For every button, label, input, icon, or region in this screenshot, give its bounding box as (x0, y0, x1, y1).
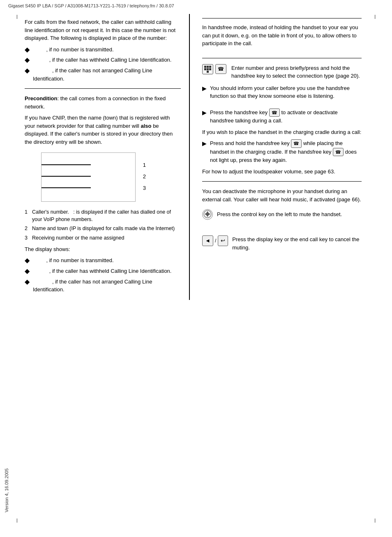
corner-mark-top-left: | (16, 14, 18, 19)
divider-1 (25, 88, 181, 89)
display-key-text: Press the display key or the end call ke… (232, 235, 362, 251)
bullet-item-2: ◆ , if the caller has withheld Calling L… (25, 56, 181, 65)
page-footer-vertical: Version 4, 16.09.2005 (4, 468, 9, 512)
bullet-diamond-1: ◆ (25, 46, 30, 54)
bullet-text-1: , if no number is transmitted. (33, 46, 181, 54)
bullet-diamond-4: ◆ (25, 256, 30, 265)
notes-list: 1 Caller's number. : is displayed if the… (25, 208, 181, 242)
arrow-item-1: ▶ You should inform your caller before y… (202, 84, 362, 100)
bullet-diamond-3: ◆ (25, 67, 30, 75)
arrow-symbol-1: ▶ (202, 84, 207, 93)
handsfree-key-icon-3a: ☎ (291, 139, 302, 148)
arrow-symbol-3: ▶ (202, 139, 207, 148)
precondition-paragraph: Precondition: the call comes from a conn… (25, 94, 181, 111)
end-key-icon: ↩ (218, 235, 228, 246)
page-content: For calls from the fixed network, the ca… (0, 10, 392, 300)
bullet-diamond-2: ◆ (25, 56, 30, 65)
diagram-label-1: 1 (143, 161, 146, 169)
control-key-row: Press the control key on the left to mut… (202, 209, 362, 220)
right-top-divider (202, 18, 362, 18)
handsfree-instruction-text: Enter number and press briefly/press and… (231, 64, 362, 80)
cnip-paragraph: If you have CNIP, then the name (town) t… (25, 114, 181, 146)
slash-separator: / (215, 237, 216, 244)
divider-2 (202, 58, 362, 58)
control-key-text: Press the control key on the left to mut… (217, 210, 362, 219)
svg-point-5 (207, 213, 209, 215)
note-text-2: Name and town (IP is displayed for calls… (32, 225, 181, 233)
bullet-item-4: ◆ , if no number is transmitted. (25, 256, 181, 265)
bullet-item-1: ◆ , if no number is transmitted. (25, 46, 181, 54)
bullet-item-3: ◆ , if the caller has not arranged Calli… (25, 67, 181, 83)
handsfree-key-icon-2: ☎ (269, 108, 280, 117)
diagram-label-2: 2 (143, 173, 146, 181)
bullet-diamond-6: ◆ (25, 278, 30, 286)
bullet-text-5: , if the caller has withheld Calling Lin… (33, 267, 181, 275)
note-text-3: Receiving number or the name assigned (32, 234, 181, 242)
note-text-1: Caller's number. : is displayed if the c… (32, 208, 181, 223)
bullet-item-5: ◆ , if the caller has withheld Calling L… (25, 267, 181, 276)
arrow-item-2: ▶ Press the handsfree key ☎ to activate … (202, 108, 362, 125)
diagram-line-3 (42, 187, 91, 188)
note-num-1: 1 (25, 208, 32, 223)
handsfree-key-icon: ☎ (215, 64, 226, 74)
diagram-line-2 (42, 176, 91, 177)
svg-marker-4 (208, 213, 210, 215)
bullet-text-6: , if the caller has not arranged Calling… (33, 278, 181, 294)
display-shows-label: The display shows: (25, 245, 181, 254)
handsfree-intro: In handsfree mode, instead of holding th… (202, 23, 362, 48)
corner-mark-bottom-left: | (16, 518, 18, 523)
svg-marker-3 (205, 213, 207, 215)
bullet-text-3: , if the caller has not arranged Calling… (33, 67, 181, 83)
phone-grid-icon (202, 64, 213, 74)
corner-mark-bottom-right: | (374, 518, 376, 523)
handsfree-key-icon-3b: ☎ (333, 148, 344, 157)
mute-intro: You can deactivate the microphone in you… (202, 187, 362, 203)
display-diagram: 1 2 3 (41, 152, 136, 202)
control-key-icon (202, 209, 213, 220)
note-item-2: 2 Name and town (IP is displayed for cal… (25, 225, 181, 233)
display-key-row: ◄ / ↩ Press the display key or the end c… (202, 235, 362, 251)
bullet-diamond-5: ◆ (25, 267, 30, 276)
note-item-3: 3 Receiving number or the name assigned (25, 234, 181, 242)
header-text: Gigaset S450 IP LBA / SGP / A31008-M1713… (8, 3, 174, 8)
left-intro-paragraph: For calls from the fixed network, the ca… (25, 18, 181, 42)
right-column: In handsfree mode, instead of holding th… (189, 14, 378, 300)
nav-icon-svg (203, 210, 212, 219)
display-end-key-icons: ◄ / ↩ (202, 235, 228, 246)
page-header: Gigaset S450 IP LBA / SGP / A31008-M1713… (0, 0, 392, 10)
loudspeaker-note: For how to adjust the loudspeaker volume… (202, 168, 362, 176)
arrow-symbol-2: ▶ (202, 108, 207, 117)
display-key-icon: ◄ (202, 235, 213, 246)
bullet-item-6: ◆ , if the caller has not arranged Calli… (25, 278, 181, 294)
note-num-2: 2 (25, 225, 32, 233)
note-item-1: 1 Caller's number. : is displayed if the… (25, 208, 181, 223)
charging-intro: If you wish to place the handset in the … (202, 128, 362, 136)
handsfree-instruction-row: ☎ Enter number and press briefly/press a… (202, 64, 362, 80)
corner-mark-top-right: | (374, 14, 376, 19)
divider-3 (202, 181, 362, 182)
diagram-label-3: 3 (143, 184, 146, 192)
arrow-item-3: ▶ Press and hold the handsfree key ☎ whi… (202, 139, 362, 164)
diagram-line-1 (42, 164, 91, 165)
bullet-text-2: , if the caller has withheld Calling Lin… (33, 56, 181, 64)
precondition-label: Precondition (25, 95, 57, 101)
arrow-text-3: Press and hold the handsfree key ☎ while… (210, 139, 362, 164)
bullet-text-4: , if no number is transmitted. (33, 256, 181, 265)
arrow-text-2: Press the handsfree key ☎ to activate or… (210, 108, 362, 125)
handsfree-icons: ☎ (202, 64, 226, 74)
note-num-3: 3 (25, 234, 32, 242)
footer-text: Version 4, 16.09.2005 (4, 468, 9, 512)
spacer-1 (202, 224, 362, 231)
left-column: For calls from the fixed network, the ca… (0, 14, 189, 300)
arrow-text-1: You should inform your caller before you… (210, 84, 362, 100)
